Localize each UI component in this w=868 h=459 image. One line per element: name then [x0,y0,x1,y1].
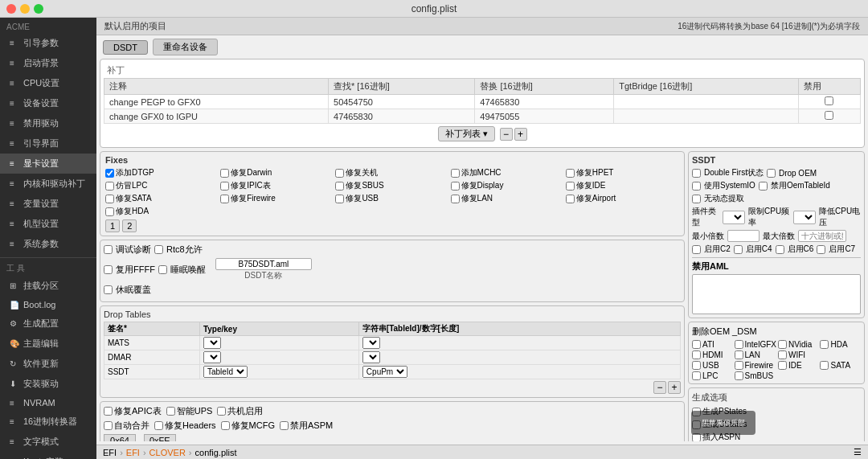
double-first-checkbox[interactable] [692,169,701,178]
sidebar-item-bootlog[interactable]: 📄 Boot.log [0,296,96,314]
sidebar-item-mount[interactable]: ⊞ 挂载分区 [0,276,96,296]
enable-c2-checkbox[interactable] [692,245,701,254]
oem-wifi-cb[interactable] [778,350,787,359]
fix-checkbox-12[interactable] [335,195,344,203]
sidebar-item-kexts[interactable]: ≡ Kexts安装 [0,452,96,459]
minimize-button[interactable] [20,4,30,14]
fix-checkbox-7[interactable] [335,182,344,191]
patch-list-button[interactable]: 补丁列表 ▾ [438,126,495,141]
num-btn-2[interactable]: 2 [122,219,137,232]
fix-checkbox-8[interactable] [451,182,460,191]
drop-oem-checkbox[interactable] [767,169,776,178]
sidebar-item-update[interactable]: ↻ 软件更新 [0,354,96,374]
sidebar-item-disable-driver[interactable]: ≡ 禁用驱动 [0,113,96,133]
plugin-type-select[interactable] [723,211,745,224]
drop-type-select-0[interactable] [203,337,221,349]
sidebar-item-theme-edit[interactable]: 🎨 主题编辑 [0,334,96,354]
sidebar-item-hex-converter[interactable]: ≡ 16进制转换器 [0,412,96,432]
oem-nvidia-cb[interactable] [778,340,787,349]
sidebar-item-install-driver[interactable]: ⬇ 安装驱动 [0,374,96,394]
drop-val-select-1[interactable] [362,351,380,363]
sidebar-item-gen-config[interactable]: ⚙ 生成配置 [0,314,96,334]
fix-checkbox-13[interactable] [451,195,460,203]
min-mult-input[interactable] [727,230,760,242]
fix-checkbox-10[interactable] [105,195,114,203]
max-mult-input[interactable] [798,230,846,242]
oem-hda-cb[interactable] [820,340,829,349]
drop-val-select-2[interactable]: CpuPm [362,366,407,378]
disable-aspm-checkbox[interactable] [280,421,289,430]
debug-diag-checkbox[interactable] [104,245,113,254]
fix-mcfg-checkbox[interactable] [221,421,230,430]
tab-rename[interactable]: 重命名设备 [153,39,218,55]
fix-checkbox-3[interactable] [451,169,460,178]
sidebar-item-machine[interactable]: ≡ 机型设置 [0,214,96,234]
fix-checkbox-14[interactable] [566,195,575,203]
patch-row-0-checkbox[interactable] [825,96,833,105]
fix-headers-checkbox[interactable] [154,421,163,430]
sidebar-item-devices[interactable]: ≡ 设备设置 [0,93,96,113]
oem-lpc-cb[interactable] [692,371,701,380]
oem-intelgfx-cb[interactable] [735,340,743,349]
fix-checkbox-1[interactable] [220,169,229,178]
fix-apic-checkbox[interactable] [104,407,113,416]
enable-c6-checkbox[interactable] [776,245,784,254]
auto-merge-checkbox[interactable] [104,421,113,430]
drop-minus-btn[interactable]: − [653,381,666,394]
sidebar-item-kernel[interactable]: ≡ 内核和驱动补丁 [0,174,96,194]
oem-firewire-cb[interactable] [735,361,743,370]
dsdt-name-label: DSDT名称 [215,270,312,281]
sidebar-item-boot-ui[interactable]: ≡ 引导界面 [0,133,96,154]
sidebar-item-cpu[interactable]: ≡ CPU设置 [0,73,96,93]
rtc8-checkbox[interactable] [154,245,163,254]
fix-checkbox-9[interactable] [566,182,575,191]
dsdt-name-input[interactable] [215,258,312,270]
smart-ups-checkbox[interactable] [166,407,175,416]
enable-c4-checkbox[interactable] [734,245,743,254]
sidebar-item-gpu[interactable]: ≡ 显卡设置 [0,154,96,174]
sleep-cover-checkbox[interactable] [104,285,113,294]
fix-checkbox-15[interactable] [105,207,114,216]
sidebar-item-label: 软件更新 [23,358,59,370]
oem-sata-cb[interactable] [820,361,829,370]
patch-minus-btn[interactable]: − [500,128,513,141]
sidebar-item-vars[interactable]: ≡ 变量设置 [0,194,96,214]
sidebar-item-boot-bg[interactable]: ≡ 启动背景 [0,53,96,73]
disable-ffff-checkbox[interactable] [104,265,113,274]
enable-start-checkbox[interactable] [217,407,226,416]
sidebar-item-text-mode[interactable]: ≡ 文字模式 [0,432,96,452]
fix-checkbox-0[interactable] [105,169,114,178]
num-btn-1[interactable]: 1 [105,219,120,232]
oem-smbus-cb[interactable] [735,371,743,380]
limit-cpu-select[interactable] [793,211,816,224]
sleep-wake-checkbox[interactable] [158,265,167,274]
disable-oem-checkbox[interactable] [759,182,768,191]
enable-c7-checkbox[interactable] [817,245,825,254]
fix-checkbox-5[interactable] [105,182,114,191]
use-system-io-checkbox[interactable] [692,182,701,191]
no-auto-checkbox[interactable] [692,195,701,203]
drop-val-select-0[interactable] [362,337,380,349]
fixes-section: Fixes 添加DTGP 修复Darwin 修复关机 添加MCHC 修复HPET… [100,151,685,236]
oem-hdmi-cb[interactable] [692,350,701,359]
sidebar-item-nvram[interactable]: ≡ NVRAM [0,394,96,412]
patch-plus-btn[interactable]: + [514,128,527,141]
sidebar-item-sys-params[interactable]: ≡ 系统参数 [0,234,96,254]
drop-type-select-1[interactable] [203,351,221,363]
oem-lan-cb[interactable] [735,350,743,359]
drop-type-select-2[interactable]: TableId [203,366,248,378]
oem-usb-cb[interactable] [692,361,701,370]
fix-checkbox-4[interactable] [566,169,575,178]
tab-dsdt[interactable]: DSDT [103,40,148,55]
maximize-button[interactable] [34,4,43,14]
fix-checkbox-2[interactable] [335,169,344,178]
patch-row-1-checkbox[interactable] [825,111,833,120]
drop-plus-btn[interactable]: + [668,381,681,394]
oem-ide-cb[interactable] [778,361,787,370]
fix-checkbox-6[interactable] [220,182,229,191]
sidebar-item-boot-params[interactable]: ≡ 引导参数 [0,33,96,53]
close-button[interactable] [6,4,16,14]
oem-ati-cb[interactable] [692,340,701,349]
fix-checkbox-11[interactable] [220,195,229,203]
patch-col-disabled: 禁用 [798,79,860,95]
